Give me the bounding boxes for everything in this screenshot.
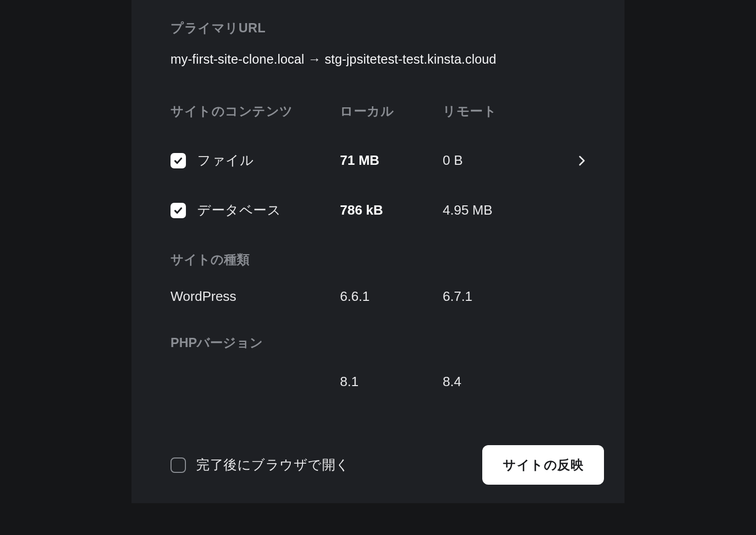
primary-url-label: プライマリURL (171, 20, 585, 36)
primary-url-value: my-first-site-clone.local → stg-jpsitete… (171, 52, 585, 67)
files-checkbox[interactable] (171, 153, 186, 168)
php-version-row: 8.1 8.4 (171, 374, 585, 390)
site-type-label: サイトの種類 (171, 251, 585, 268)
remote-url: stg-jpsitetest-test.kinsta.cloud (325, 52, 496, 66)
database-label: データベース (197, 201, 281, 219)
php-version-label: PHPバージョン (171, 334, 585, 351)
header-remote: リモート (443, 103, 565, 120)
open-browser-checkbox[interactable] (171, 457, 186, 473)
push-panel: プライマリURL my-first-site-clone.local → stg… (131, 0, 625, 503)
header-local: ローカル (340, 103, 443, 120)
site-type-name: WordPress (171, 289, 340, 304)
site-type-local: 6.6.1 (340, 289, 443, 304)
database-checkbox[interactable] (171, 203, 186, 218)
arrow-icon: → (308, 52, 321, 66)
site-type-remote: 6.7.1 (443, 289, 565, 304)
local-url: my-first-site-clone.local (171, 52, 305, 66)
open-browser-label: 完了後にブラウザで開く (196, 456, 350, 474)
header-content: サイトのコンテンツ (171, 103, 340, 120)
files-label: ファイル (197, 151, 254, 169)
php-local: 8.1 (340, 374, 443, 390)
footer-bar: 完了後にブラウザで開く サイトの反映 (171, 445, 604, 485)
database-local-size: 786 kB (340, 202, 443, 218)
php-remote: 8.4 (443, 374, 565, 390)
files-remote-size: 0 B (443, 152, 565, 168)
files-expand-button[interactable] (565, 155, 585, 166)
open-browser-option: 完了後にブラウザで開く (171, 456, 350, 474)
content-header-row: サイトのコンテンツ ローカル リモート (171, 103, 585, 120)
push-site-button[interactable]: サイトの反映 (482, 445, 604, 485)
site-type-row: WordPress 6.6.1 6.7.1 (171, 289, 585, 304)
files-local-size: 71 MB (340, 152, 443, 168)
database-remote-size: 4.95 MB (443, 202, 565, 218)
database-row: データベース 786 kB 4.95 MB (171, 201, 585, 219)
files-row: ファイル 71 MB 0 B (171, 151, 585, 169)
